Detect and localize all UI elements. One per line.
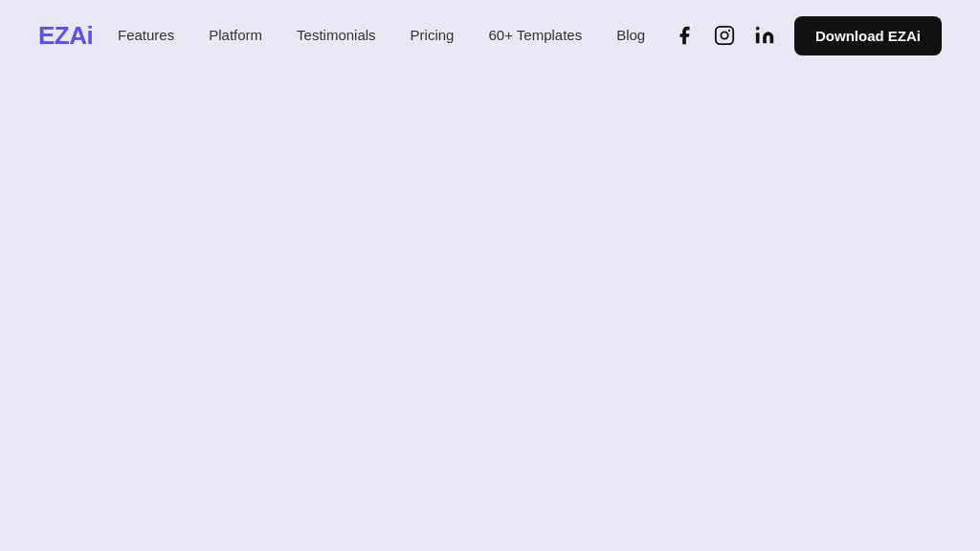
svg-rect-0	[716, 27, 733, 44]
nav-links: Features Platform Testimonials Pricing 6…	[118, 27, 645, 44]
nav-link-templates[interactable]: 60+ Templates	[488, 27, 582, 43]
linkedin-icon[interactable]	[750, 21, 779, 50]
navbar: EZAi Features Platform Testimonials Pric…	[0, 0, 980, 71]
download-button[interactable]: Download EZAi	[794, 16, 942, 55]
facebook-icon[interactable]	[670, 21, 699, 50]
nav-right: Download EZAi	[670, 16, 942, 55]
nav-link-platform[interactable]: Platform	[209, 27, 262, 43]
logo[interactable]: EZAi	[38, 21, 93, 51]
nav-link-pricing[interactable]: Pricing	[411, 27, 455, 43]
social-icons	[670, 21, 779, 50]
nav-item-features[interactable]: Features	[118, 27, 174, 44]
instagram-icon[interactable]	[710, 21, 739, 50]
svg-point-2	[728, 30, 730, 32]
svg-rect-3	[756, 33, 760, 43]
main-content	[0, 71, 980, 551]
nav-item-platform[interactable]: Platform	[209, 27, 262, 44]
svg-point-1	[721, 32, 727, 38]
nav-link-testimonials[interactable]: Testimonials	[297, 27, 376, 43]
nav-link-features[interactable]: Features	[118, 27, 174, 43]
svg-point-4	[756, 27, 760, 31]
nav-item-testimonials[interactable]: Testimonials	[297, 27, 376, 44]
nav-item-pricing[interactable]: Pricing	[411, 27, 455, 44]
nav-item-blog[interactable]: Blog	[616, 27, 645, 44]
nav-link-blog[interactable]: Blog	[616, 27, 645, 43]
nav-item-templates[interactable]: 60+ Templates	[488, 27, 582, 44]
